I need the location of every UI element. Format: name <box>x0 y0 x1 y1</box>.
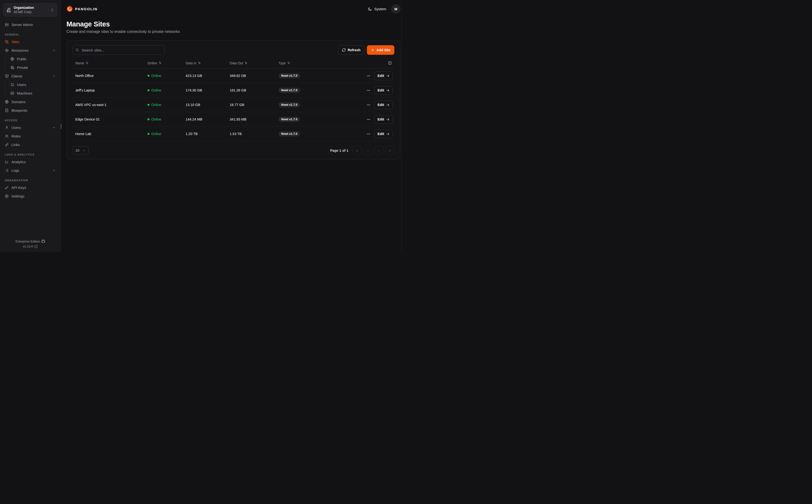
add-site-button[interactable]: Add Site <box>367 45 394 55</box>
sort-icon[interactable]: ⇅ <box>287 61 290 65</box>
edit-button[interactable]: Edit <box>374 71 393 80</box>
status-badge: Online <box>147 88 186 92</box>
sidebar-item-private[interactable]: Private <box>5 63 61 72</box>
sidebar-footer: Enterprise Edition v1.13.0 <box>0 235 61 252</box>
theme-toggle[interactable]: System <box>368 7 386 11</box>
sidebar-item-label: Analytics <box>11 160 26 164</box>
sidebar-item-links[interactable]: Links <box>0 140 61 149</box>
sort-icon[interactable]: ⇅ <box>198 61 201 65</box>
receipt-icon <box>5 108 9 112</box>
section-label-general: GENERAL <box>0 29 61 37</box>
sidebar-item-public[interactable]: Public <box>5 55 61 63</box>
brand[interactable]: PANGOLIN <box>66 6 97 12</box>
chart-line-icon <box>5 160 9 164</box>
row-menu-button[interactable]: ••• <box>367 104 370 106</box>
edit-button[interactable]: Edit <box>374 101 393 109</box>
sidebar-item-label: Sites <box>11 40 19 44</box>
sidebar-nav: Server Admin GENERAL Sites Resources P <box>0 20 61 235</box>
table-row[interactable]: Home Lab Online 1.20 TB 1.53 TB Newt v1.… <box>72 127 394 141</box>
globe-icon <box>5 100 9 104</box>
sidebar-item-server-admin[interactable]: Server Admin <box>0 20 61 29</box>
status-badge: Online <box>147 132 186 136</box>
refresh-button[interactable]: Refresh <box>338 45 365 55</box>
chevron-down-icon <box>52 126 56 129</box>
building-icon <box>6 8 11 12</box>
site-name: Edge Device 01 <box>72 117 147 121</box>
sort-icon[interactable]: ⇅ <box>159 61 161 65</box>
page-size-select[interactable]: 20 <box>72 146 89 155</box>
sidebar-item-machines[interactable]: Machines <box>5 89 61 97</box>
row-menu-button[interactable]: ••• <box>367 133 370 135</box>
sidebar-item-api-keys[interactable]: API Keys <box>0 183 61 192</box>
column-header-name[interactable]: Name ⇅ <box>72 61 147 65</box>
window-scrollbar[interactable] <box>401 0 406 252</box>
table-row[interactable]: North Office Online 423.13 GB 349.62 DB … <box>72 69 394 83</box>
sidebar-scrollbar-thumb[interactable] <box>61 124 61 129</box>
main-area: PANGOLIN System M Manage Sites Create an… <box>61 0 406 252</box>
column-header-data-out[interactable]: Data Out ⇅ <box>230 61 279 65</box>
theme-label: System <box>374 7 386 11</box>
table-row[interactable]: AWS VPC us-east-1 Online 13.10 GB 18.77 … <box>72 98 394 112</box>
sites-icon <box>5 40 9 44</box>
type-badge: Newt v1.7.0 <box>279 88 300 93</box>
user-icon <box>5 126 9 130</box>
sidebar-item-analytics[interactable]: Analytics <box>0 157 61 166</box>
first-page-button[interactable]: « <box>353 146 361 155</box>
data-out-value: 181.26 GB <box>230 88 279 92</box>
last-page-button[interactable]: » <box>386 146 394 155</box>
sort-icon[interactable]: ⇅ <box>245 61 247 65</box>
sidebar-item-sites[interactable]: Sites <box>0 37 61 46</box>
arrow-right-icon <box>386 89 390 92</box>
section-label-access: ACCESS <box>0 115 61 123</box>
prev-page-button[interactable]: ‹ <box>364 146 372 155</box>
columns-toggle-button[interactable] <box>343 61 394 65</box>
row-menu-button[interactable]: ••• <box>367 118 370 121</box>
moon-icon <box>368 7 372 11</box>
row-menu-button[interactable]: ••• <box>367 89 370 92</box>
sort-icon[interactable]: ⇅ <box>86 61 88 65</box>
column-header-type[interactable]: Type ⇅ <box>279 61 343 65</box>
link-icon <box>5 143 9 147</box>
avatar[interactable]: M <box>391 5 400 13</box>
sites-table: Name ⇅ Online ⇅ Data In ⇅ Data Out ⇅ Typ… <box>72 58 394 141</box>
search-input[interactable] <box>72 45 165 55</box>
version-label: v1.13.0 <box>23 245 33 248</box>
key-icon <box>5 186 9 190</box>
sidebar-item-settings[interactable]: Settings <box>0 192 61 200</box>
server-icon <box>10 91 14 95</box>
users-icon <box>5 134 9 138</box>
github-icon[interactable] <box>41 240 45 243</box>
site-name: North Office <box>72 74 147 78</box>
sidebar-item-domains[interactable]: Domains <box>0 97 61 106</box>
arrow-right-icon <box>386 103 390 107</box>
next-page-button[interactable]: › <box>375 146 383 155</box>
sidebar-item-resources[interactable]: Resources <box>0 46 61 55</box>
sidebar: Organization ACME Corp. Server Admin GEN… <box>0 0 61 252</box>
logs-icon <box>5 168 9 172</box>
sidebar-item-blueprints[interactable]: Blueprints <box>0 106 61 115</box>
arrow-right-icon <box>386 74 390 78</box>
edit-button[interactable]: Edit <box>374 115 393 124</box>
external-link-icon[interactable] <box>34 245 38 248</box>
edit-button[interactable]: Edit <box>374 130 393 138</box>
sidebar-item-users[interactable]: Users <box>0 123 61 132</box>
sidebar-item-logs[interactable]: Logs <box>0 166 61 175</box>
pangolin-logo-icon <box>66 6 73 12</box>
edit-button[interactable]: Edit <box>374 86 393 95</box>
data-in-value: 423.13 GB <box>186 74 230 78</box>
sidebar-item-roles[interactable]: Roles <box>0 132 61 140</box>
sidebar-item-clients-users[interactable]: Users <box>5 80 61 89</box>
table-row[interactable]: Edge Device 01 Online 144.24 MB 341.93 M… <box>72 112 394 127</box>
column-header-online[interactable]: Online ⇅ <box>147 61 186 65</box>
sidebar-item-label: Server Admin <box>11 23 33 27</box>
sidebar-item-clients[interactable]: Clients <box>0 72 61 80</box>
column-header-data-in[interactable]: Data In ⇅ <box>186 61 230 65</box>
row-menu-button[interactable]: ••• <box>367 75 370 77</box>
gear-icon <box>5 194 9 198</box>
org-selector[interactable]: Organization ACME Corp. <box>3 3 57 16</box>
table-row[interactable]: Jeff's Laptop Online 174.30 GB 181.26 GB… <box>72 83 394 98</box>
sidebar-item-label: Blueprints <box>11 108 27 112</box>
sidebar-item-label: Machines <box>17 91 32 95</box>
table-header-row: Name ⇅ Online ⇅ Data In ⇅ Data Out ⇅ Typ… <box>72 58 394 69</box>
server-icon <box>5 23 9 27</box>
